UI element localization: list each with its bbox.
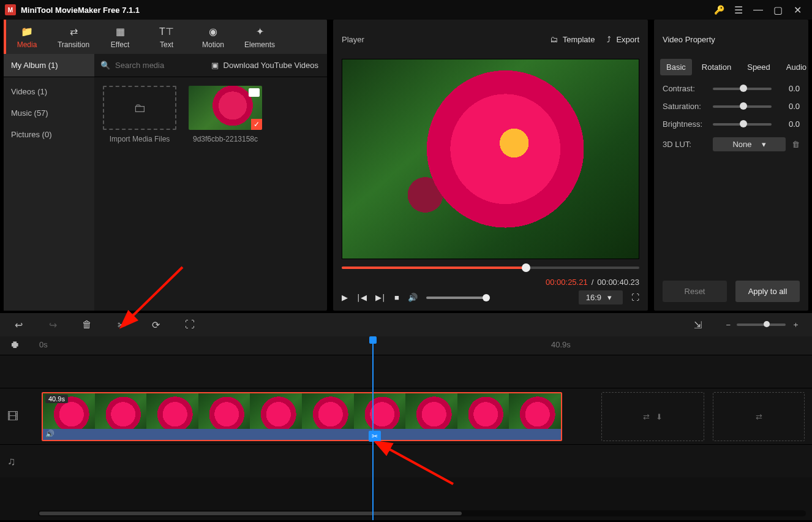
- reset-button[interactable]: Reset: [663, 281, 727, 302]
- aspect-value: 16:9: [586, 293, 601, 302]
- sidebar-item-music[interactable]: Music (57): [4, 102, 94, 124]
- text-track[interactable]: [0, 355, 812, 388]
- search-box[interactable]: 🔍: [94, 54, 211, 77]
- app-logo: M: [5, 4, 16, 15]
- video-track-icon: 🎞: [7, 410, 18, 423]
- tab-media[interactable]: 📁 Media: [4, 20, 50, 54]
- search-icon: 🔍: [100, 61, 110, 70]
- speed-button[interactable]: ⟳: [149, 319, 162, 331]
- playhead[interactable]: [372, 336, 374, 520]
- prop-tab-audio[interactable]: Audio: [780, 59, 812, 75]
- aspect-ratio-select[interactable]: 16:9 ▾: [579, 290, 623, 304]
- ruler-start: 0s: [39, 340, 48, 349]
- split-button[interactable]: ✂: [115, 319, 127, 331]
- timeline-scrollbar[interactable]: [38, 510, 806, 516]
- property-title: Video Property: [663, 35, 715, 44]
- tab-text[interactable]: T⊤ Text: [143, 20, 190, 54]
- prev-frame-button[interactable]: ∣◀: [356, 293, 367, 302]
- timeline-ruler[interactable]: 🞧 0s 40.9s: [0, 336, 812, 355]
- media-clip-card[interactable]: ✓ 9d3f6cbb-2213158c: [189, 86, 262, 302]
- zoom-in-button[interactable]: ＋: [792, 319, 800, 330]
- player-title: Player: [342, 35, 364, 44]
- search-input[interactable]: [115, 61, 189, 70]
- download-youtube-button[interactable]: ▣ Download YouTube Videos: [211, 54, 327, 77]
- contrast-label: Contrast:: [663, 84, 707, 93]
- menu-icon[interactable]: ☰: [729, 0, 748, 20]
- total-time: 00:00:40.23: [597, 278, 639, 287]
- prop-tab-speed[interactable]: Speed: [741, 59, 776, 75]
- text-icon: T⊤: [159, 26, 174, 37]
- upgrade-key-icon[interactable]: 🔑: [709, 0, 729, 20]
- media-grid: 🗀 Import Media Files ✓ 9d3f6cbb-2213158c: [94, 77, 327, 311]
- stop-button[interactable]: ■: [394, 293, 399, 302]
- transition-dropzone[interactable]: ⇄ ⬇: [601, 392, 704, 441]
- add-track-icon[interactable]: 🞧: [11, 340, 19, 349]
- download-youtube-label: Download YouTube Videos: [224, 61, 318, 70]
- saturation-label: Saturation:: [663, 102, 707, 111]
- video-track[interactable]: 🎞 40.9s 🔊 ⇄ ⬇ ⇄: [0, 388, 812, 444]
- tab-motion[interactable]: ◉ Motion: [190, 20, 236, 54]
- tab-effect[interactable]: ▦ Effect: [97, 20, 143, 54]
- folder-open-icon: 🗀: [133, 101, 146, 115]
- sidebar-item-pictures[interactable]: Pictures (0): [4, 124, 94, 145]
- title-bar: M MiniTool MovieMaker Free 7.1.1 🔑 ☰ ― ▢…: [0, 0, 812, 20]
- zoom-out-button[interactable]: −: [726, 320, 731, 330]
- tab-elements[interactable]: ✦ Elements: [236, 20, 283, 54]
- brightness-slider[interactable]: [713, 123, 772, 126]
- video-preview[interactable]: [342, 59, 639, 259]
- brightness-value: 0.0: [778, 119, 800, 129]
- tab-label: Motion: [202, 40, 224, 49]
- saturation-value: 0.0: [778, 102, 800, 111]
- minimize-button[interactable]: ―: [748, 0, 768, 20]
- media-panel: 📁 Media ⇄ Transition ▦ Effect T⊤ Text ◉ …: [4, 20, 327, 311]
- split-marker-icon[interactable]: ✂: [369, 431, 381, 442]
- transition-dropzone[interactable]: ⇄: [713, 392, 805, 441]
- video-type-icon: [249, 88, 260, 97]
- volume-icon[interactable]: 🔊: [408, 293, 418, 302]
- elements-icon: ✦: [256, 26, 264, 37]
- tab-transition[interactable]: ⇄ Transition: [50, 20, 97, 54]
- zoom-slider[interactable]: [737, 323, 786, 326]
- delete-lut-icon[interactable]: 🗑: [792, 140, 800, 149]
- lut-select[interactable]: None ▾: [713, 137, 786, 151]
- close-button[interactable]: ✕: [788, 0, 807, 20]
- main-tab-strip: 📁 Media ⇄ Transition ▦ Effect T⊤ Text ◉ …: [4, 20, 327, 54]
- seek-bar[interactable]: [342, 267, 639, 275]
- chevron-down-icon: ▾: [762, 140, 766, 149]
- video-clip[interactable]: 40.9s 🔊: [42, 392, 562, 441]
- play-button[interactable]: ▶: [342, 293, 348, 302]
- maximize-button[interactable]: ▢: [768, 0, 788, 20]
- timeline-toolbar: ↩ ↪ 🗑 ✂ ⟳ ⛶ ⇲ − ＋: [0, 313, 812, 336]
- contrast-slider[interactable]: [713, 88, 772, 90]
- tab-label: Transition: [58, 40, 89, 49]
- album-label[interactable]: My Album (1): [4, 54, 94, 77]
- app-title: MiniTool MovieMaker Free 7.1.1: [21, 6, 140, 15]
- delete-button[interactable]: 🗑: [81, 319, 93, 331]
- sidebar-item-videos[interactable]: Videos (1): [4, 81, 94, 102]
- prop-tab-basic[interactable]: Basic: [660, 59, 692, 75]
- time-separator: /: [592, 278, 594, 287]
- clip-audio-lane: 🔊: [43, 429, 561, 440]
- volume-slider[interactable]: [426, 297, 487, 299]
- effect-icon: ▦: [116, 26, 125, 37]
- import-media-label: Import Media Files: [110, 135, 170, 143]
- crop-button[interactable]: ⛶: [184, 319, 196, 331]
- current-time: 00:00:25.21: [546, 278, 588, 287]
- template-icon: 🗂: [550, 35, 558, 44]
- prop-tab-rotation[interactable]: Rotation: [696, 59, 737, 75]
- music-track-icon: ♫: [7, 455, 16, 467]
- export-button[interactable]: ⤴ Export: [607, 35, 639, 44]
- apply-all-button[interactable]: Apply to all: [735, 281, 800, 302]
- template-button[interactable]: 🗂 Template: [550, 35, 595, 44]
- undo-button[interactable]: ↩: [12, 319, 24, 331]
- contrast-value: 0.0: [778, 84, 800, 93]
- redo-button[interactable]: ↪: [47, 319, 59, 331]
- lut-label: 3D LUT:: [663, 140, 707, 149]
- fullscreen-button[interactable]: ⛶: [631, 293, 639, 302]
- next-frame-button[interactable]: ▶∣: [375, 293, 386, 302]
- saturation-slider[interactable]: [713, 105, 772, 108]
- import-media-card[interactable]: 🗀 Import Media Files: [103, 86, 176, 302]
- media-subheader: My Album (1) 🔍 ▣ Download YouTube Videos: [4, 54, 327, 77]
- audio-track[interactable]: ♫: [0, 444, 812, 477]
- fit-timeline-icon[interactable]: ⇲: [691, 319, 704, 331]
